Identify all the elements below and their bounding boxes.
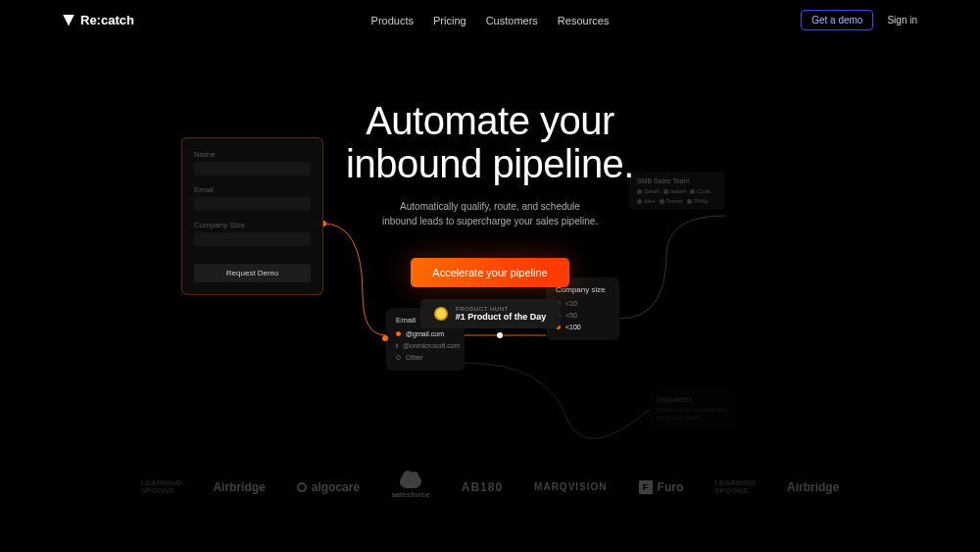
svg-point-1 [497,332,503,338]
hero-subtitle: Automatically qualify, route, and schedu… [0,199,980,228]
disqualified-title: Disqualified [657,396,729,403]
radio-icon [396,331,401,336]
nav-customers[interactable]: Customers [486,15,538,26]
logo-marqvision: MARQVISION [534,481,607,492]
get-demo-button[interactable]: Get a demo [801,10,873,30]
logo-learning-spoons: LEARNINGSPOONS [714,479,756,493]
connector-dot-icon [382,335,388,341]
logo-furo: FFuro [639,480,684,494]
circle-icon [297,482,307,492]
square-icon: F [639,480,653,494]
brand-logo[interactable]: Re:catch [63,13,134,27]
disqualified-body: Thank you for your interest. We'll be in… [657,407,729,423]
logo-ab180: AB180 [462,480,503,494]
logo-algocare: algocare [297,480,360,494]
brand-name: Re:catch [80,13,134,27]
header: Re:catch Products Pricing Customers Reso… [0,0,980,40]
radio-icon [396,343,398,348]
hero: Automate your inbound pipeline. Automati… [0,99,980,328]
hero-title: Automate your inbound pipeline. [0,99,980,185]
hero-title-line1: Automate your [366,99,614,142]
product-hunt-badge[interactable]: PRODUCT HUNT #1 Product of the Day [420,299,561,328]
email-option-other[interactable]: Other [396,354,455,361]
cloud-icon [400,475,421,488]
trophy-icon [434,307,448,321]
logo-learning-spoons: LEARNINGSPOONS [141,479,182,493]
nav-products[interactable]: Products [371,15,414,26]
brand-icon [63,15,74,26]
logo-airbridge: Airbridge [787,480,839,494]
nav-resources[interactable]: Resources [558,15,610,26]
cta-button[interactable]: Accelerate your pipeline [411,258,568,287]
hero-title-line2: inbound pipeline. [346,142,634,185]
main-nav: Products Pricing Customers Resources [371,15,610,26]
nav-pricing[interactable]: Pricing [433,15,466,26]
hero-sub-line2: inbound leads to supercharge your sales … [382,216,598,226]
radio-icon [396,355,401,360]
ph-title: #1 Product of the Day [456,313,547,323]
hero-sub-line1: Automatically qualify, route, and schedu… [400,201,580,212]
customer-logos: LEARNINGSPOONS Airbridge algocare salesf… [0,475,980,499]
disqualified-card: Disqualified Thank you for your interest… [649,390,737,428]
ph-text: PRODUCT HUNT #1 Product of the Day [456,306,547,322]
logo-airbridge: Airbridge [213,480,265,494]
email-option-onmicrosoft[interactable]: @onmicrosoft.com [396,342,455,349]
email-option-gmail[interactable]: @gmail.com [396,330,455,337]
header-actions: Get a demo Sign in [801,10,917,30]
logo-salesforce: salesforce [391,475,430,499]
signin-link[interactable]: Sign in [887,15,917,25]
